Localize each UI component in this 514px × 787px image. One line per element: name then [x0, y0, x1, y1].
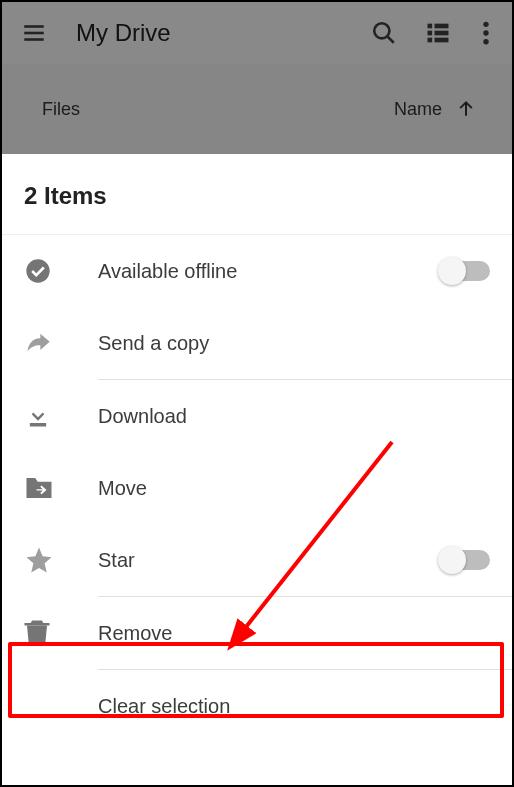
svg-rect-10 [435, 38, 449, 43]
trash-icon [24, 618, 50, 648]
search-icon [371, 20, 397, 46]
download-icon [24, 402, 52, 430]
page-title: My Drive [76, 19, 348, 47]
remove-label: Remove [64, 622, 490, 645]
svg-rect-9 [428, 38, 433, 43]
more-button[interactable] [474, 15, 498, 51]
offline-toggle[interactable] [442, 261, 490, 281]
star-icon [24, 545, 54, 575]
svg-rect-8 [435, 31, 449, 36]
offline-icon [24, 257, 52, 285]
svg-rect-6 [435, 24, 449, 29]
svg-point-11 [483, 22, 488, 27]
selection-count: 2 Items [2, 154, 512, 235]
list-view-icon [424, 19, 452, 47]
svg-point-13 [483, 39, 488, 44]
svg-rect-16 [30, 423, 46, 427]
svg-rect-5 [428, 24, 433, 29]
svg-point-3 [374, 23, 389, 38]
action-remove[interactable]: Remove [2, 597, 512, 669]
action-send-copy[interactable]: Send a copy [2, 307, 512, 379]
svg-line-4 [387, 36, 393, 42]
view-button[interactable] [420, 15, 456, 51]
send-copy-label: Send a copy [64, 332, 490, 355]
list-header-files: Files [42, 99, 80, 120]
download-label: Download [64, 405, 490, 428]
menu-button[interactable] [16, 15, 52, 51]
svg-rect-7 [428, 31, 433, 36]
share-arrow-icon [24, 329, 52, 357]
action-download[interactable]: Download [2, 380, 512, 452]
more-vert-icon [482, 20, 490, 46]
offline-label: Available offline [64, 260, 442, 283]
sort-button[interactable]: Name [394, 99, 476, 120]
clear-selection-label: Clear selection [64, 695, 490, 718]
action-star[interactable]: Star [2, 524, 512, 596]
arrow-up-icon [456, 99, 476, 119]
star-toggle[interactable] [442, 550, 490, 570]
star-label: Star [64, 549, 442, 572]
action-move[interactable]: Move [2, 452, 512, 524]
appbar: My Drive [2, 2, 512, 64]
folder-move-icon [24, 475, 54, 501]
list-header: Files Name [2, 64, 512, 154]
action-sheet: 2 Items Available offline Send a copy Do… [2, 154, 512, 785]
sort-label: Name [394, 99, 442, 120]
svg-point-15 [26, 259, 49, 282]
hamburger-icon [21, 20, 47, 46]
move-label: Move [64, 477, 490, 500]
action-clear-selection[interactable]: Clear selection [2, 670, 512, 742]
svg-point-12 [483, 30, 488, 35]
search-button[interactable] [366, 15, 402, 51]
action-available-offline[interactable]: Available offline [2, 235, 512, 307]
svg-rect-17 [25, 623, 50, 626]
